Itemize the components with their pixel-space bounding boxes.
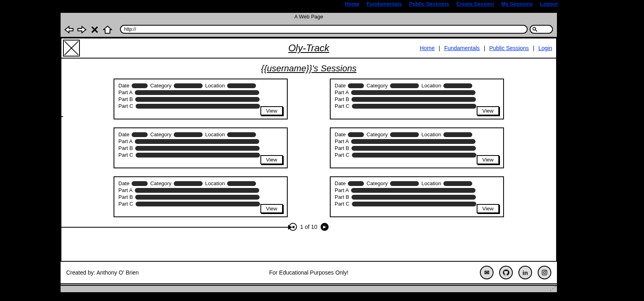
label-part-b: Part B [118,145,133,151]
github-icon[interactable] [499,266,513,279]
nav-public-sessions[interactable]: Public Sessions [409,1,449,7]
linkedin-icon[interactable]: in [518,266,532,279]
header-link-home[interactable]: Home [420,45,435,51]
placeholder-text [351,146,476,151]
svg-line-1 [535,30,537,31]
pagination-text: 1 of 10 [300,224,317,230]
svg-point-5 [543,271,545,273]
label-location: Location [421,131,441,137]
session-card: DateCategoryLocation Part A Part B Part … [114,176,288,217]
view-button[interactable]: View [260,106,283,115]
session-cards-grid: DateCategoryLocation Part A Part B Part … [61,79,556,217]
view-button[interactable]: View [260,204,283,213]
view-button[interactable]: View [477,106,499,115]
placeholder-text [390,132,419,137]
view-button[interactable]: View [477,204,499,213]
site-footer: Created by: Anthony O' Brien For Educati… [61,261,557,284]
label-category: Category [150,83,171,89]
page-content: Oly-Track Home | Fundamentals | Public S… [61,38,557,284]
browser-controls [64,25,113,34]
placeholder-text [136,202,260,206]
instagram-icon[interactable] [538,266,551,279]
header-link-fundamentals[interactable]: Fundamentals [444,45,480,51]
placeholder-text [132,132,148,137]
resize-grip-icon[interactable]: ⋰ [550,285,555,291]
placeholder-text [132,83,148,88]
stop-icon[interactable] [89,25,100,34]
label-part-b: Part B [335,96,349,102]
label-part-a: Part A [335,89,349,95]
placeholder-text [351,195,476,200]
view-button[interactable]: View [260,155,283,164]
label-date: Date [118,131,129,137]
label-location: Location [205,131,225,137]
header-link-login[interactable]: Login [538,45,552,51]
label-category: Category [366,180,388,186]
nav-my-sessions[interactable]: My Sessions [501,1,533,7]
placeholder-text [390,83,419,88]
placeholder-text [352,202,476,206]
label-location: Location [421,180,441,186]
placeholder-text [136,153,260,158]
footer-created-by: Created by: Anthony O' Brien [66,269,139,276]
placeholder-text [352,153,476,158]
placeholder-text [352,104,476,109]
placeholder-text [174,132,203,137]
separator: | [484,45,486,51]
label-part-c: Part C [118,103,133,109]
nav-fundamentals[interactable]: Fundamentals [366,1,402,7]
placeholder-text [227,83,256,88]
svg-point-0 [533,27,536,30]
label-location: Location [205,180,225,186]
label-part-b: Part B [118,96,133,102]
placeholder-text [174,83,203,88]
url-bar[interactable]: http:// [120,25,528,34]
label-date: Date [335,180,345,186]
label-part-a: Part A [118,187,132,193]
placeholder-text [351,139,475,144]
annotation-arrow-left [59,116,63,117]
label-part-c: Part C [335,103,349,109]
label-location: Location [421,83,441,89]
label-part-c: Part C [118,152,133,158]
pagination: ◄ 1 of 10 ► [61,223,556,231]
back-icon[interactable] [64,25,74,34]
email-icon[interactable]: ✉ [480,266,494,279]
placeholder-text [348,83,364,88]
nav-create-session[interactable]: Create Session [456,1,494,7]
site-title[interactable]: Oly-Track [288,42,329,54]
placeholder-text [135,195,260,200]
label-category: Category [366,131,388,137]
view-button[interactable]: View [477,155,499,164]
placeholder-text [351,188,475,193]
label-part-a: Part A [118,138,132,144]
home-icon[interactable] [102,25,113,34]
label-date: Date [335,83,345,89]
nav-logout[interactable]: Logout [540,1,558,7]
session-card: DateCategoryLocation Part A Part B Part … [330,176,504,217]
label-part-a: Part A [335,138,349,144]
header-link-public-sessions[interactable]: Public Sessions [489,45,529,51]
external-top-nav: Home Fundamentals Public Sessions Create… [345,1,558,7]
forward-icon[interactable] [77,25,87,34]
pagination-next[interactable]: ► [321,223,329,231]
label-part-c: Part C [118,201,133,207]
label-part-b: Part B [335,145,349,151]
url-text: http:// [124,26,136,32]
footer-social-icons: ✉ in [480,266,551,279]
header-links: Home | Fundamentals | Public Sessions | … [420,45,552,51]
label-part-b: Part B [335,194,349,200]
separator: | [439,45,440,51]
label-category: Category [150,131,171,137]
placeholder-text [135,146,260,151]
placeholder-text [227,181,256,186]
label-location: Location [205,83,225,89]
label-date: Date [118,180,129,186]
search-pill[interactable] [530,25,553,34]
nav-home[interactable]: Home [345,1,359,7]
session-card: DateCategoryLocation Part A Part B Part … [330,127,504,168]
placeholder-text [443,132,472,137]
chevron-right-icon: ► [322,224,327,229]
placeholder-text [348,132,364,137]
placeholder-text [351,90,475,95]
